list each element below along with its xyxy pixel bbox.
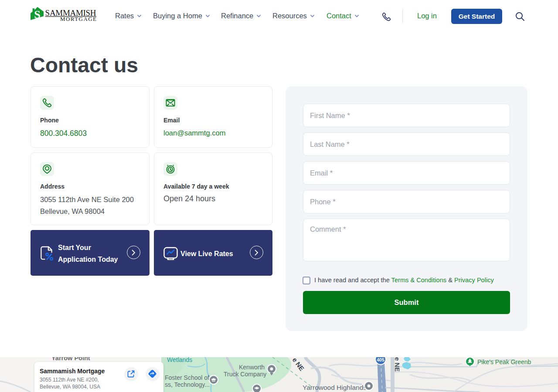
svg-text:ss, Technology...: ss, Technology... [165, 381, 210, 388]
svg-text:S: S [34, 8, 40, 21]
svg-text:Pike's Peak Greenb: Pike's Peak Greenb [477, 358, 531, 365]
svg-text:Truck Company: Truck Company [224, 371, 266, 378]
svg-text:Yarrowood Highlands: Yarrowood Highlands [303, 384, 367, 391]
svg-text:e NE: e NE [394, 357, 401, 372]
svg-text:Wetlands: Wetlands [167, 357, 192, 363]
svg-text:Foster School of: Foster School of [165, 374, 209, 381]
svg-text:405: 405 [377, 357, 384, 362]
svg-text:Kenworth: Kenworth [239, 364, 265, 371]
svg-text:Yarrow Point: Yarrow Point [51, 357, 90, 362]
